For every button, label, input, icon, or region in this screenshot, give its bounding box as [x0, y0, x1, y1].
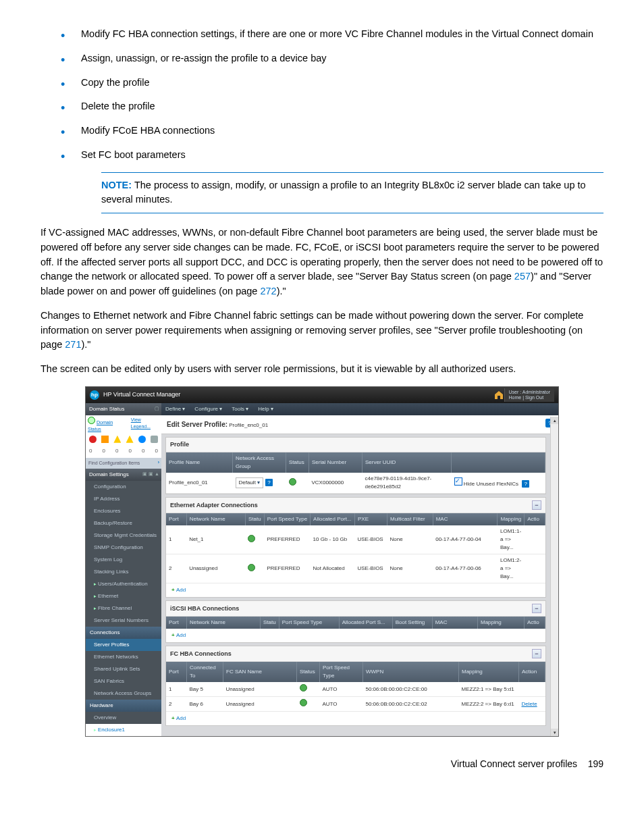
- hp-logo-icon: hp: [90, 390, 99, 400]
- add-button[interactable]: Add: [166, 583, 545, 597]
- unknown-icon[interactable]: [151, 436, 158, 443]
- warning-icon[interactable]: [101, 436, 109, 443]
- san-cell[interactable]: Unassigned: [223, 697, 297, 712]
- caution-icon[interactable]: [126, 436, 134, 443]
- fchba-section: FC HBA Connections− Port Connected To FC…: [165, 646, 546, 726]
- main-panel: Define ▾ Configure ▾ Tools ▾ Help ▾ Edit…: [161, 403, 558, 737]
- sidebar-item-eth-networks[interactable]: Ethernet Networks: [86, 651, 161, 663]
- status-ok-icon: [289, 478, 296, 486]
- status-ok-icon: [300, 684, 307, 692]
- add-button[interactable]: Add: [166, 712, 545, 725]
- page-link[interactable]: 271: [65, 339, 81, 350]
- view-legend-link[interactable]: View Legend...: [131, 417, 159, 434]
- sidebar-item-storage[interactable]: Storage Mgmt Credentials: [86, 529, 161, 542]
- hide-flexnics-checkbox[interactable]: [454, 477, 462, 486]
- collapse-icon[interactable]: −: [532, 649, 541, 658]
- sidebar-item-configuration[interactable]: Configuration: [86, 481, 161, 493]
- scroll-up-icon[interactable]: ▴: [551, 417, 558, 424]
- add-button[interactable]: Add: [166, 629, 545, 642]
- page-footer: Virtual Connect server profiles 199: [41, 757, 603, 771]
- scroll-down-icon[interactable]: ▾: [551, 729, 558, 736]
- main-scrollbar[interactable]: ▴ ▾: [550, 417, 558, 737]
- table-row: 1 Bay 5 Unassigned AUTO 50:06:0B:00:00:C…: [166, 682, 545, 697]
- menu-tools[interactable]: Tools ▾: [232, 405, 248, 413]
- sidebar-item-stacking[interactable]: Stacking Links: [86, 566, 161, 578]
- menubar: Define ▾ Configure ▾ Tools ▾ Help ▾: [161, 403, 558, 415]
- bullet-item: Set FC boot parameters: [81, 148, 603, 163]
- home-icon[interactable]: [493, 390, 504, 400]
- sidebar-item-fc[interactable]: Fibre Channel: [86, 602, 161, 615]
- note-label: NOTE:: [101, 180, 132, 190]
- help-icon[interactable]: ?: [265, 479, 273, 486]
- bullet-item: Modify FC HBA connection settings, if th…: [81, 27, 603, 42]
- bullet-item: Copy the profile: [81, 76, 603, 90]
- collapse-icon[interactable]: −: [532, 500, 541, 510]
- page-link[interactable]: 272: [260, 286, 276, 296]
- connections-header: Connections: [86, 627, 161, 639]
- note-text: The process to assign, modify, or unassi…: [101, 180, 586, 205]
- sidebar-item-enclosures[interactable]: Enclosures: [86, 505, 161, 517]
- caution-icon[interactable]: [113, 436, 121, 443]
- table-row: 2 Bay 6 Unassigned AUTO 50:06:0B:00:00:C…: [166, 697, 545, 712]
- domain-status-header: Domain Status ▢: [86, 403, 161, 415]
- hardware-header: Hardware: [86, 700, 161, 712]
- vcm-window: hp HP Virtual Connect Manager User : Adm…: [85, 386, 559, 737]
- profile-name-cell[interactable]: Profile_enc0_01: [166, 473, 233, 494]
- sidebar: Domain Status ▢ Domain Status View Legen…: [86, 403, 161, 737]
- titlebar: hp HP Virtual Connect Manager User : Adm…: [86, 387, 558, 403]
- page-link[interactable]: 257: [514, 271, 531, 282]
- status-ok-icon: [88, 417, 95, 424]
- sidebar-item-snmp[interactable]: SNMP Configuration: [86, 542, 161, 554]
- menu-help[interactable]: Help ▾: [258, 405, 273, 413]
- app-title: HP Virtual Connect Manager: [103, 390, 180, 400]
- panel-collapse-icon[interactable]: ▢: [155, 405, 159, 413]
- paragraph: The screen can be edited only by users w…: [41, 362, 603, 377]
- paragraph: Changes to Ethernet network and Fibre Ch…: [41, 309, 603, 353]
- sidebar-item-server-profiles[interactable]: Server Profiles: [86, 639, 161, 651]
- nag-dropdown[interactable]: Default: [236, 477, 264, 488]
- sidebar-item-san-fabrics[interactable]: SAN Fabrics: [86, 675, 161, 687]
- bullet-list: Modify FC HBA connection settings, if th…: [41, 27, 603, 163]
- paragraph: If VC-assigned MAC addresses, WWNs, or n…: [41, 226, 603, 299]
- sidebar-item-nag[interactable]: Network Access Groups: [86, 687, 161, 700]
- sidebar-item-users[interactable]: Users/Authentication: [86, 578, 161, 590]
- info-icon[interactable]: [138, 436, 146, 443]
- bullet-item: Assign, unassign, or re-assign the profi…: [81, 51, 603, 66]
- sidebar-item-enclosure[interactable]: Enclosure1: [86, 724, 161, 736]
- delete-link[interactable]: Delete: [522, 701, 537, 707]
- sidebar-item-ssn[interactable]: Server Serial Numbers: [86, 615, 161, 627]
- sidebar-item-overview[interactable]: Overview: [86, 712, 161, 724]
- network-cell[interactable]: Net_1: [186, 525, 245, 554]
- sidebar-item-shared-uplink[interactable]: Shared Uplink Sets: [86, 663, 161, 675]
- user-info: User : Administrator Home | Sign Out: [504, 388, 554, 402]
- domain-status-body: Domain Status View Legend... 0 0 0 0 0: [86, 415, 161, 458]
- iscsi-section: iSCSI HBA Connections− Port Network Name…: [165, 600, 546, 643]
- page-title: Edit Server Profile: Profile_enc0_01 ?: [161, 415, 558, 434]
- domain-settings-header: Domain Settings ▣ ▣ ▲: [86, 469, 161, 481]
- sidebar-item-ipaddress[interactable]: IP Address: [86, 493, 161, 505]
- bullet-item: Delete the profile: [81, 99, 603, 114]
- san-cell[interactable]: Unassigned: [223, 682, 297, 697]
- status-ok-icon: [248, 564, 255, 571]
- sidebar-item-syslog[interactable]: System Log: [86, 554, 161, 566]
- ethernet-section: Ethernet Adapter Connections− Port Netwo…: [165, 497, 546, 598]
- collapse-icon[interactable]: −: [532, 604, 541, 613]
- home-signout-links[interactable]: Home | Sign Out: [509, 395, 550, 400]
- bullet-item: Modify FCoE HBA connections: [81, 124, 603, 138]
- status-ok-icon: [248, 535, 255, 542]
- network-cell[interactable]: Unassigned: [186, 554, 245, 583]
- error-icon[interactable]: [89, 436, 97, 443]
- table-row: 1 Net_1 PREFERRED 10 Gb - 10 Gb USE-BIOS…: [166, 525, 545, 554]
- table-row: 2 Unassigned PREFERRED Not Allocated USE…: [166, 554, 545, 583]
- help-icon[interactable]: ?: [522, 480, 529, 488]
- sidebar-item-backup[interactable]: Backup/Restore: [86, 517, 161, 529]
- menu-configure[interactable]: Configure ▾: [194, 405, 222, 413]
- status-ok-icon: [300, 699, 307, 706]
- find-items-link[interactable]: Find Configuration Items: [86, 458, 161, 469]
- panel-buttons[interactable]: ▣ ▣ ▲: [142, 471, 159, 478]
- menu-define[interactable]: Define ▾: [165, 405, 185, 413]
- profile-section: Profile Profile Name Network Access Grou…: [165, 437, 546, 495]
- note-box: NOTE: The process to assign, modify, or …: [101, 172, 603, 214]
- sidebar-item-ethernet[interactable]: Ethernet: [86, 590, 161, 602]
